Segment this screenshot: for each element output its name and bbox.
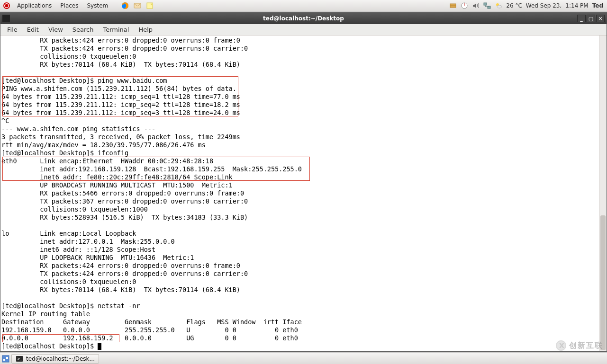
minimize-button[interactable]: _ [577,15,586,22]
svg-rect-13 [3,359,5,361]
show-desktop-icon[interactable] [2,355,9,363]
terminal-window: ted@localhost:~/Desktop _ ▢ ✕ File Edit … [0,12,607,352]
titlebar[interactable]: ted@localhost:~/Desktop _ ▢ ✕ [0,13,607,24]
svg-rect-8 [484,3,487,5]
menu-places[interactable]: Places [58,1,80,10]
close-button[interactable]: ✕ [596,15,605,22]
firefox-icon[interactable] [121,2,129,9]
cpu-temp-icon[interactable] [461,2,468,9]
taskbar-terminal[interactable]: >_ ted@localhost:~/Desk... [11,354,99,364]
svg-rect-4 [134,3,141,8]
watermark-logo-icon [556,340,566,351]
panel-username[interactable]: Ted [592,2,603,9]
scrollbar[interactable] [599,36,607,351]
terminal-app-icon [2,15,10,22]
terminal-cursor [98,343,101,350]
menu-terminal[interactable]: Terminal [98,25,134,34]
weather-icon [495,2,502,9]
menu-help[interactable]: Help [134,25,157,34]
weather-temp: 26 °C [506,2,522,9]
distro-icon [3,2,10,9]
svg-text:>_: >_ [17,357,23,361]
bottom-panel: >_ ted@localhost:~/Desk... [0,353,607,364]
menubar: File Edit View Search Terminal Help [0,24,607,36]
updates-icon[interactable] [449,2,457,9]
taskbar-terminal-icon: >_ [16,355,23,363]
svg-rect-5 [147,3,153,9]
svg-point-11 [497,5,502,8]
menu-system[interactable]: System [85,1,110,10]
scroll-thumb[interactable] [600,215,606,350]
svg-point-2 [5,4,9,7]
menu-search[interactable]: Search [68,25,99,34]
taskbar-terminal-label: ted@localhost:~/Desk... [26,355,95,362]
menu-edit[interactable]: Edit [22,25,44,34]
network-icon[interactable] [483,2,491,9]
terminal-output[interactable]: RX packets:424 errors:0 dropped:0 overru… [0,36,599,351]
mail-icon[interactable] [134,2,141,9]
svg-rect-14 [6,357,8,359]
menu-applications[interactable]: Applications [15,1,54,10]
menu-file[interactable]: File [2,25,22,34]
panel-time[interactable]: 1:14 PM [565,2,588,9]
volume-icon[interactable] [472,2,480,9]
panel-date[interactable]: Wed Sep 23, [526,2,562,9]
maximize-button[interactable]: ▢ [587,15,595,22]
menu-view[interactable]: View [44,25,68,34]
notes-icon[interactable] [146,2,154,9]
watermark: 创新互联 [556,340,603,351]
watermark-text: 创新互联 [569,341,603,351]
window-title: ted@localhost:~/Desktop [263,15,344,22]
top-panel: Applications Places System 26 °C Wed Sep… [0,0,607,11]
